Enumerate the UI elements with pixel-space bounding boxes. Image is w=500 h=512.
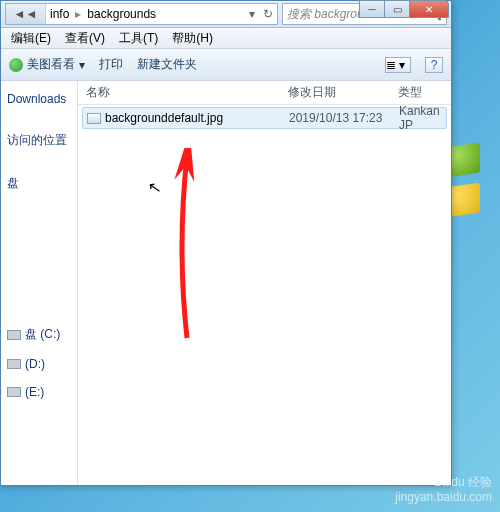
dropdown-icon: ▾	[79, 58, 85, 72]
explorer-window: ─ ▭ ✕ ◄◄ info ▸ backgrounds ▾ ↻ 搜索 backg…	[0, 0, 452, 486]
column-headers: 名称 修改日期 类型	[78, 81, 451, 105]
close-button[interactable]: ✕	[409, 0, 449, 18]
meitu-button[interactable]: 美图看看 ▾	[9, 56, 85, 73]
meitu-icon	[9, 58, 23, 72]
file-type: Kankan JP	[399, 104, 446, 132]
breadcrumb-separator: ▸	[73, 7, 83, 21]
sidebar-item-downloads[interactable]: Downloads	[3, 87, 75, 111]
sidebar-item-drive-c[interactable]: 盘 (C:)	[3, 321, 75, 348]
address-dropdown-icon[interactable]: ▾	[245, 7, 259, 21]
image-file-icon	[87, 113, 101, 124]
file-modified: 2019/10/13 17:23	[289, 111, 399, 125]
sidebar-item-disk[interactable]: 盘	[3, 170, 75, 197]
file-list: 名称 修改日期 类型 backgrounddefault.jpg 2019/10…	[78, 81, 451, 485]
menu-view[interactable]: 查看(V)	[59, 28, 111, 49]
minimize-button[interactable]: ─	[359, 0, 385, 18]
newfolder-button[interactable]: 新建文件夹	[137, 56, 197, 73]
breadcrumb-seg[interactable]: info	[46, 7, 73, 21]
toolbar: 美图看看 ▾ 打印 新建文件夹 ≣ ▾ ?	[1, 49, 451, 81]
file-name: backgrounddefault.jpg	[105, 111, 223, 125]
menu-help[interactable]: 帮助(H)	[166, 28, 219, 49]
menu-tools[interactable]: 工具(T)	[113, 28, 164, 49]
help-icon[interactable]: ?	[425, 57, 443, 73]
drive-icon	[7, 359, 21, 369]
menubar: 编辑(E) 查看(V) 工具(T) 帮助(H)	[1, 28, 451, 49]
sidebar-item-drive-e[interactable]: (E:)	[3, 380, 75, 404]
col-type[interactable]: 类型	[398, 84, 451, 101]
col-modified[interactable]: 修改日期	[288, 84, 398, 101]
nav-back-icon[interactable]: ◄◄	[6, 4, 46, 24]
breadcrumb-seg[interactable]: backgrounds	[83, 7, 160, 21]
sidebar-item-recent[interactable]: 访问的位置	[3, 127, 75, 154]
menu-edit[interactable]: 编辑(E)	[5, 28, 57, 49]
col-name[interactable]: 名称	[78, 84, 288, 101]
print-button[interactable]: 打印	[99, 56, 123, 73]
drive-icon	[7, 330, 21, 340]
drive-icon	[7, 387, 21, 397]
watermark: Baidu 经验 jingyan.baidu.com	[395, 475, 492, 504]
file-row[interactable]: backgrounddefault.jpg 2019/10/13 17:23 K…	[82, 107, 447, 129]
refresh-icon[interactable]: ↻	[259, 7, 277, 21]
maximize-button[interactable]: ▭	[384, 0, 410, 18]
address-bar[interactable]: ◄◄ info ▸ backgrounds ▾ ↻	[5, 3, 278, 25]
sidebar: Downloads 访问的位置 盘 盘 (C:) (D:) (E:)	[1, 81, 78, 485]
sidebar-item-drive-d[interactable]: (D:)	[3, 352, 75, 376]
view-options-button[interactable]: ≣ ▾	[385, 57, 411, 73]
